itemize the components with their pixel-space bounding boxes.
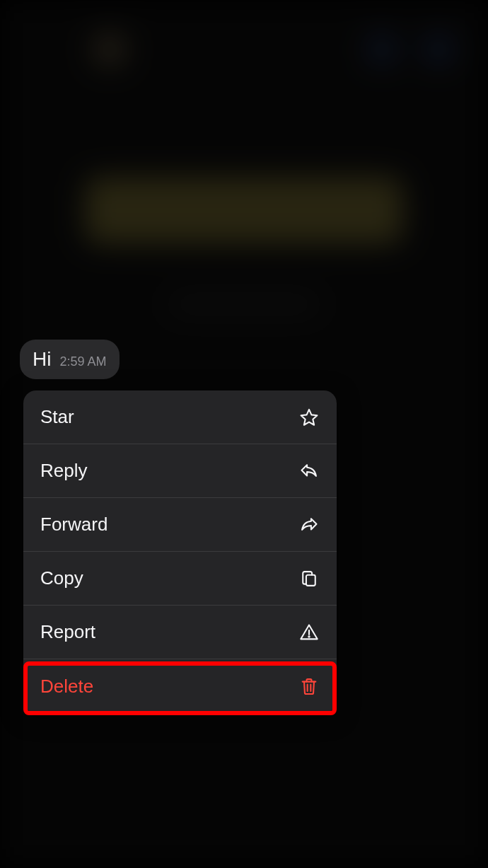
report-icon <box>298 622 320 643</box>
menu-label: Copy <box>40 567 83 589</box>
star-icon <box>298 407 320 428</box>
menu-label: Forward <box>40 514 108 536</box>
menu-label: Star <box>40 406 74 428</box>
svg-point-3 <box>308 636 309 637</box>
menu-item-forward[interactable]: Forward <box>23 498 337 552</box>
message-time: 2:59 AM <box>59 354 106 369</box>
message-bubble[interactable]: Hi 2:59 AM <box>20 340 120 379</box>
menu-label: Report <box>40 621 95 643</box>
trash-icon <box>298 676 320 697</box>
copy-icon <box>298 568 320 589</box>
reply-icon <box>298 461 320 482</box>
message-text: Hi <box>33 348 51 371</box>
forward-icon <box>298 514 320 536</box>
menu-item-delete[interactable]: Delete <box>23 659 337 713</box>
menu-label: Reply <box>40 460 87 482</box>
menu-item-star[interactable]: Star <box>23 390 337 444</box>
menu-item-copy[interactable]: Copy <box>23 552 337 606</box>
menu-label: Delete <box>40 676 93 698</box>
menu-item-report[interactable]: Report <box>23 606 337 659</box>
svg-rect-1 <box>306 574 315 585</box>
svg-marker-0 <box>301 409 318 424</box>
menu-item-reply[interactable]: Reply <box>23 444 337 498</box>
context-menu: Star Reply Forward Copy <box>23 390 337 713</box>
